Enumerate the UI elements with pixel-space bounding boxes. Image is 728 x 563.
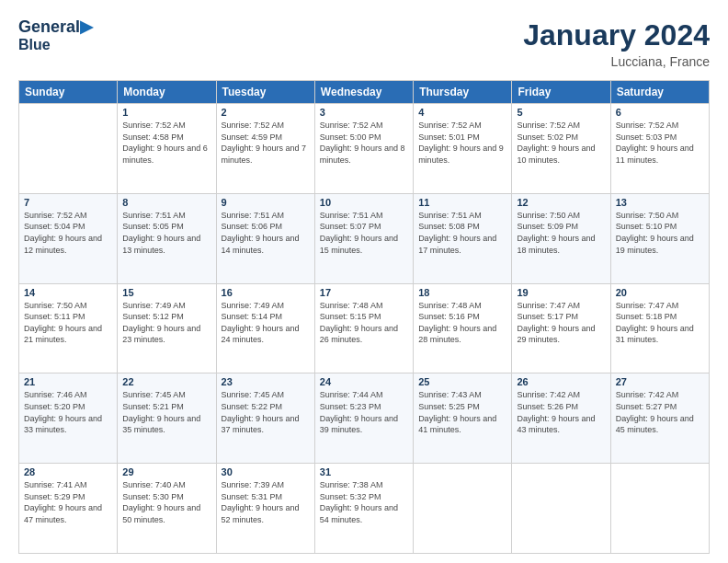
- day-info: Sunrise: 7:40 AMSunset: 5:30 PMDaylight:…: [122, 479, 210, 525]
- calendar-cell: 4Sunrise: 7:52 AMSunset: 5:01 PMDaylight…: [414, 104, 512, 194]
- day-info: Sunrise: 7:50 AMSunset: 5:11 PMDaylight:…: [24, 300, 112, 346]
- calendar-week-3: 21Sunrise: 7:46 AMSunset: 5:20 PMDayligh…: [19, 373, 710, 464]
- calendar-cell: [19, 104, 118, 194]
- day-info: Sunrise: 7:49 AMSunset: 5:12 PMDaylight:…: [122, 300, 210, 346]
- calendar-cell: 29Sunrise: 7:40 AMSunset: 5:30 PMDayligh…: [118, 464, 216, 554]
- location-subtitle: Lucciana, France: [523, 54, 710, 69]
- day-number: 16: [222, 287, 310, 298]
- calendar-cell: 14Sunrise: 7:50 AMSunset: 5:11 PMDayligh…: [19, 283, 118, 373]
- weekday-header-wednesday: Wednesday: [314, 81, 413, 104]
- calendar-cell: 22Sunrise: 7:45 AMSunset: 5:21 PMDayligh…: [118, 373, 216, 464]
- day-info: Sunrise: 7:44 AMSunset: 5:23 PMDaylight:…: [320, 389, 408, 435]
- day-number: 2: [222, 107, 310, 118]
- calendar-cell: 26Sunrise: 7:42 AMSunset: 5:26 PMDayligh…: [512, 373, 610, 464]
- weekday-header-saturday: Saturday: [610, 81, 709, 104]
- day-number: 14: [24, 287, 112, 298]
- day-info: Sunrise: 7:42 AMSunset: 5:27 PMDaylight:…: [616, 389, 704, 435]
- day-info: Sunrise: 7:51 AMSunset: 5:05 PMDaylight:…: [122, 210, 210, 256]
- day-info: Sunrise: 7:43 AMSunset: 5:25 PMDaylight:…: [418, 389, 506, 435]
- calendar-cell: 10Sunrise: 7:51 AMSunset: 5:07 PMDayligh…: [314, 193, 413, 283]
- calendar-week-1: 7Sunrise: 7:52 AMSunset: 5:04 PMDaylight…: [19, 193, 710, 283]
- calendar-cell: 19Sunrise: 7:47 AMSunset: 5:17 PMDayligh…: [512, 283, 610, 373]
- calendar-cell: 6Sunrise: 7:52 AMSunset: 5:03 PMDaylight…: [610, 104, 709, 194]
- day-number: 18: [418, 287, 506, 298]
- day-number: 28: [24, 466, 112, 477]
- calendar-cell: 8Sunrise: 7:51 AMSunset: 5:05 PMDaylight…: [118, 193, 216, 283]
- calendar-cell: 25Sunrise: 7:43 AMSunset: 5:25 PMDayligh…: [414, 373, 512, 464]
- day-info: Sunrise: 7:52 AMSunset: 4:59 PMDaylight:…: [222, 120, 310, 166]
- day-number: 5: [517, 107, 605, 118]
- weekday-header-tuesday: Tuesday: [216, 81, 314, 104]
- day-info: Sunrise: 7:51 AMSunset: 5:08 PMDaylight:…: [418, 210, 506, 256]
- day-number: 9: [222, 197, 310, 208]
- weekday-header-friday: Friday: [512, 81, 610, 104]
- day-number: 11: [418, 197, 506, 208]
- day-info: Sunrise: 7:47 AMSunset: 5:17 PMDaylight:…: [517, 300, 605, 346]
- day-number: 27: [616, 376, 704, 387]
- day-info: Sunrise: 7:49 AMSunset: 5:14 PMDaylight:…: [222, 300, 310, 346]
- title-area: January 2024 Lucciana, France: [523, 18, 710, 69]
- logo: General▶ Blue: [18, 18, 93, 52]
- logo-text: General▶: [18, 18, 93, 37]
- day-number: 30: [222, 466, 310, 477]
- calendar-cell: 9Sunrise: 7:51 AMSunset: 5:06 PMDaylight…: [216, 193, 314, 283]
- day-info: Sunrise: 7:52 AMSunset: 5:00 PMDaylight:…: [320, 120, 408, 166]
- day-number: 4: [418, 107, 506, 118]
- calendar-cell: 27Sunrise: 7:42 AMSunset: 5:27 PMDayligh…: [610, 373, 709, 464]
- day-number: 23: [222, 376, 310, 387]
- day-info: Sunrise: 7:47 AMSunset: 5:18 PMDaylight:…: [616, 300, 704, 346]
- calendar-week-0: 1Sunrise: 7:52 AMSunset: 4:58 PMDaylight…: [19, 104, 710, 194]
- calendar-cell: 7Sunrise: 7:52 AMSunset: 5:04 PMDaylight…: [19, 193, 118, 283]
- day-number: 10: [320, 197, 408, 208]
- day-number: 31: [320, 466, 408, 477]
- calendar-cell: 16Sunrise: 7:49 AMSunset: 5:14 PMDayligh…: [216, 283, 314, 373]
- day-number: 21: [24, 376, 112, 387]
- day-number: 3: [320, 107, 408, 118]
- calendar-cell: 12Sunrise: 7:50 AMSunset: 5:09 PMDayligh…: [512, 193, 610, 283]
- day-number: 15: [122, 287, 210, 298]
- day-number: 22: [122, 376, 210, 387]
- calendar-cell: 31Sunrise: 7:38 AMSunset: 5:32 PMDayligh…: [314, 464, 413, 554]
- day-info: Sunrise: 7:52 AMSunset: 5:03 PMDaylight:…: [616, 120, 704, 166]
- day-info: Sunrise: 7:46 AMSunset: 5:20 PMDaylight:…: [24, 389, 112, 435]
- header: General▶ Blue January 2024 Lucciana, Fra…: [18, 18, 710, 69]
- day-info: Sunrise: 7:50 AMSunset: 5:09 PMDaylight:…: [517, 210, 605, 256]
- calendar-cell: 30Sunrise: 7:39 AMSunset: 5:31 PMDayligh…: [216, 464, 314, 554]
- day-number: 29: [122, 466, 210, 477]
- day-info: Sunrise: 7:52 AMSunset: 4:58 PMDaylight:…: [122, 120, 210, 166]
- day-number: 19: [517, 287, 605, 298]
- day-number: 1: [122, 107, 210, 118]
- weekday-header-monday: Monday: [118, 81, 216, 104]
- day-info: Sunrise: 7:39 AMSunset: 5:31 PMDaylight:…: [222, 479, 310, 525]
- day-number: 24: [320, 376, 408, 387]
- day-info: Sunrise: 7:52 AMSunset: 5:04 PMDaylight:…: [24, 210, 112, 256]
- calendar-cell: 13Sunrise: 7:50 AMSunset: 5:10 PMDayligh…: [610, 193, 709, 283]
- day-number: 7: [24, 197, 112, 208]
- calendar-week-4: 28Sunrise: 7:41 AMSunset: 5:29 PMDayligh…: [19, 464, 710, 554]
- day-info: Sunrise: 7:52 AMSunset: 5:02 PMDaylight:…: [517, 120, 605, 166]
- calendar-cell: 15Sunrise: 7:49 AMSunset: 5:12 PMDayligh…: [118, 283, 216, 373]
- day-info: Sunrise: 7:45 AMSunset: 5:22 PMDaylight:…: [222, 389, 310, 435]
- calendar-cell: 17Sunrise: 7:48 AMSunset: 5:15 PMDayligh…: [314, 283, 413, 373]
- day-info: Sunrise: 7:42 AMSunset: 5:26 PMDaylight:…: [517, 389, 605, 435]
- calendar-cell: 1Sunrise: 7:52 AMSunset: 4:58 PMDaylight…: [118, 104, 216, 194]
- day-info: Sunrise: 7:38 AMSunset: 5:32 PMDaylight:…: [320, 479, 408, 525]
- month-title: January 2024: [523, 18, 710, 52]
- day-info: Sunrise: 7:51 AMSunset: 5:07 PMDaylight:…: [320, 210, 408, 256]
- day-number: 13: [616, 197, 704, 208]
- day-info: Sunrise: 7:48 AMSunset: 5:16 PMDaylight:…: [418, 300, 506, 346]
- day-number: 20: [616, 287, 704, 298]
- day-info: Sunrise: 7:51 AMSunset: 5:06 PMDaylight:…: [222, 210, 310, 256]
- calendar-cell: [414, 464, 512, 554]
- day-info: Sunrise: 7:45 AMSunset: 5:21 PMDaylight:…: [122, 389, 210, 435]
- calendar-cell: 24Sunrise: 7:44 AMSunset: 5:23 PMDayligh…: [314, 373, 413, 464]
- day-info: Sunrise: 7:50 AMSunset: 5:10 PMDaylight:…: [616, 210, 704, 256]
- calendar-cell: 2Sunrise: 7:52 AMSunset: 4:59 PMDaylight…: [216, 104, 314, 194]
- day-number: 25: [418, 376, 506, 387]
- weekday-header-row: SundayMondayTuesdayWednesdayThursdayFrid…: [19, 81, 710, 104]
- day-info: Sunrise: 7:52 AMSunset: 5:01 PMDaylight:…: [418, 120, 506, 166]
- day-info: Sunrise: 7:48 AMSunset: 5:15 PMDaylight:…: [320, 300, 408, 346]
- calendar-cell: [610, 464, 709, 554]
- day-number: 17: [320, 287, 408, 298]
- calendar-table: SundayMondayTuesdayWednesdayThursdayFrid…: [18, 80, 710, 554]
